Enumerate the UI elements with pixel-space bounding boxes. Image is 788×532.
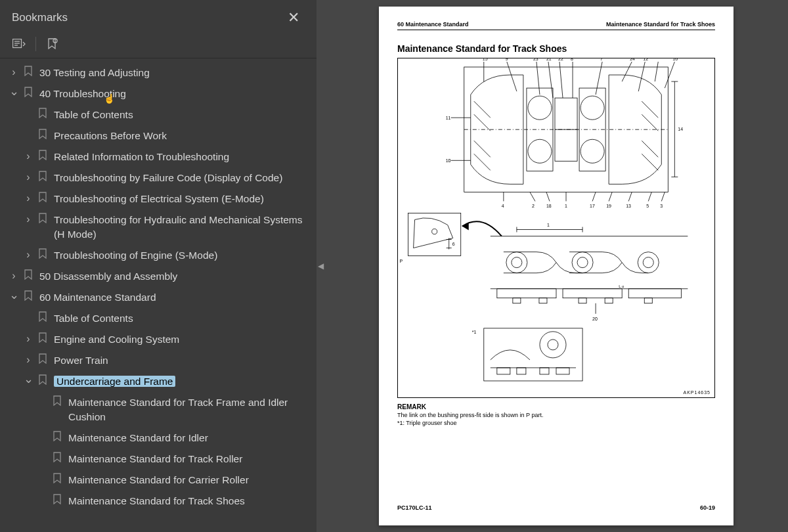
remark-heading: REMARK (397, 403, 715, 410)
svg-rect-92 (605, 298, 613, 303)
chevron-right-icon[interactable]: › (24, 248, 33, 261)
bookmark-label: Troubleshooting of Engine (S-Mode) (54, 248, 310, 263)
svg-line-25 (536, 62, 540, 95)
bookmark-item[interactable]: ›Troubleshooting for Hydraulic and Mecha… (0, 210, 317, 245)
bookmark-item[interactable]: ⌄40 Troubleshooting (0, 83, 317, 104)
svg-rect-93 (644, 298, 652, 303)
svg-text:L o: L o (619, 284, 624, 288)
svg-line-32 (655, 62, 658, 81)
remark-text-1: The link on the bushing press-fit side i… (397, 412, 715, 418)
bookmark-icon (38, 311, 49, 322)
bookmark-icon (53, 395, 63, 406)
svg-point-7 (528, 96, 552, 120)
svg-text:24: 24 (630, 58, 635, 61)
svg-text:5: 5 (646, 204, 649, 208)
svg-text:17: 17 (590, 204, 595, 208)
bookmark-label: Table of Contents (54, 311, 310, 326)
chevron-right-icon[interactable]: › (9, 269, 18, 282)
bookmark-icon (38, 213, 49, 223)
bookmarks-tree[interactable]: ›30 Testing and Adjusting⌄40 Troubleshoo… (0, 58, 317, 532)
svg-line-40 (530, 192, 535, 201)
svg-text:6: 6 (452, 242, 455, 246)
chevron-right-icon[interactable]: › (24, 192, 33, 205)
svg-line-20 (642, 114, 658, 131)
chevron-right-icon[interactable]: › (24, 353, 33, 366)
chevron-down-icon[interactable]: ⌄ (24, 374, 33, 384)
svg-text:22: 22 (558, 58, 563, 61)
bookmark-label: Maintenance Standard for Track Shoes (68, 494, 310, 508)
bookmark-item[interactable]: ›Troubleshooting by Failure Code (Displa… (0, 167, 317, 188)
bookmark-item[interactable]: ›Related Information to Troubleshooting (0, 146, 317, 167)
find-bookmark-icon[interactable] (45, 37, 60, 51)
bookmark-item[interactable]: ›Troubleshooting of Electrical System (E… (0, 188, 317, 210)
bookmark-item[interactable]: ⌄60 Maintenance Standard (0, 287, 317, 308)
svg-point-10 (580, 139, 604, 163)
chevron-right-icon[interactable]: › (24, 171, 33, 184)
bookmark-label: Maintenance Standard for Carrier Roller (68, 473, 310, 487)
svg-text:15: 15 (483, 58, 488, 61)
bookmark-label: Maintenance Standard for Idler (68, 431, 310, 445)
svg-point-71 (432, 229, 437, 234)
svg-rect-89 (513, 298, 521, 303)
svg-line-30 (622, 62, 632, 81)
bookmark-item[interactable]: ›Engine and Cooling System (0, 329, 317, 350)
bookmark-item[interactable]: Maintenance Standard for Track Frame and… (0, 392, 317, 428)
svg-point-8 (528, 139, 552, 163)
bookmark-label: Related Information to Troubleshooting (54, 150, 310, 164)
bookmark-item[interactable]: ›Power Train (0, 350, 317, 371)
bookmark-label: Troubleshooting of Electrical System (E-… (54, 192, 310, 206)
svg-text:7: 7 (600, 58, 603, 61)
svg-line-18 (474, 154, 491, 170)
page-header-right: Maintenance Standard for Track Shoes (606, 21, 715, 28)
bookmark-item[interactable]: ›Troubleshooting of Engine (S-Mode) (0, 245, 317, 266)
panel-resize-handle[interactable]: ◀ (317, 0, 324, 532)
svg-point-85 (643, 257, 653, 268)
page-title: Maintenance Standard for Track Shoes (397, 43, 715, 54)
bookmark-item[interactable]: Precautions Before Work (0, 125, 317, 146)
bookmark-label: Troubleshooting for Hydraulic and Mechan… (54, 213, 310, 242)
bookmark-icon (38, 171, 49, 181)
bookmark-icon (38, 248, 49, 259)
bookmark-item[interactable]: ›30 Testing and Adjusting (0, 62, 317, 83)
chevron-down-icon[interactable]: ⌄ (9, 87, 18, 96)
bookmark-item[interactable]: Maintenance Standard for Carrier Roller (0, 470, 317, 491)
bookmark-item[interactable]: Maintenance Standard for Idler (0, 428, 317, 449)
chevron-right-icon[interactable]: › (24, 150, 33, 163)
svg-rect-106 (540, 368, 549, 374)
bookmark-icon (38, 374, 49, 385)
bookmark-item[interactable]: Table of Contents (0, 104, 317, 125)
svg-line-44 (609, 192, 612, 201)
svg-line-46 (648, 192, 651, 201)
bookmark-label: 50 Disassembly and Assembly (39, 269, 310, 284)
options-icon[interactable] (12, 37, 26, 51)
bookmark-item[interactable]: Table of Contents (0, 308, 317, 329)
bookmark-icon (24, 290, 34, 301)
bookmark-item[interactable]: Maintenance Standard for Track Shoes (0, 491, 317, 512)
svg-text:21: 21 (546, 58, 552, 61)
svg-line-15 (474, 101, 491, 118)
bookmark-item[interactable]: ⌄Undercarriage and Frame (0, 371, 317, 392)
svg-text:10: 10 (446, 158, 451, 163)
panel-title: Bookmarks (12, 11, 68, 24)
page: 60 Maintenance Standard Maintenance Stan… (379, 7, 733, 525)
document-viewer[interactable]: 60 Maintenance Standard Maintenance Stan… (324, 0, 788, 532)
svg-rect-87 (563, 289, 622, 298)
page-footer-right: 60-19 (700, 504, 715, 511)
bookmark-icon (38, 129, 49, 139)
bookmark-label: Troubleshooting by Failure Code (Display… (54, 171, 310, 185)
svg-marker-76 (462, 222, 469, 230)
bookmark-icon (53, 431, 63, 441)
chevron-right-icon[interactable]: › (9, 66, 18, 79)
bookmark-icon (38, 353, 49, 364)
chevron-down-icon[interactable]: ⌄ (9, 290, 18, 299)
chevron-right-icon[interactable]: › (24, 213, 33, 226)
collapse-icon[interactable]: ◀ (318, 261, 324, 271)
bookmark-item[interactable]: Maintenance Standard for Track Roller (0, 449, 317, 470)
svg-line-45 (628, 192, 632, 201)
bookmark-item[interactable]: ›50 Disassembly and Assembly (0, 266, 317, 287)
bookmark-label: Maintenance Standard for Track Roller (68, 452, 310, 466)
chevron-right-icon[interactable]: › (24, 332, 33, 345)
close-button[interactable]: ✕ (282, 7, 305, 29)
bookmark-icon (53, 452, 63, 462)
svg-line-17 (474, 141, 491, 157)
